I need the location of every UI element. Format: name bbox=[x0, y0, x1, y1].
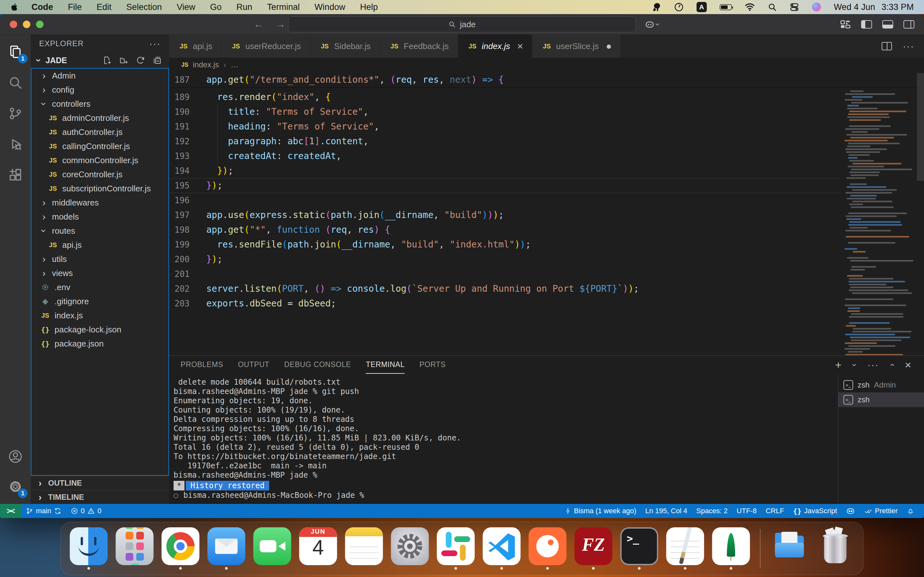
tree-item-api.js[interactable]: JSapi.js bbox=[31, 238, 168, 252]
finder-app-icon[interactable] bbox=[70, 527, 108, 565]
input-source-icon[interactable]: A bbox=[696, 2, 707, 12]
customize-layout-icon[interactable] bbox=[840, 20, 851, 29]
terminal-instance-zsh-Admin[interactable]: >_zshAdmin bbox=[838, 378, 924, 392]
tree-item-adminController.js[interactable]: JSadminController.js bbox=[31, 111, 168, 125]
postman-app-icon[interactable] bbox=[529, 527, 567, 565]
tab-userSlice.js[interactable]: JSuserSlice.js● bbox=[532, 35, 621, 58]
split-editor-icon[interactable] bbox=[882, 42, 892, 50]
tree-item-controllers[interactable]: ›controllers bbox=[31, 97, 168, 111]
command-center-search[interactable]: jade bbox=[288, 16, 636, 32]
code-line-196[interactable]: 196 bbox=[169, 193, 840, 208]
tab-index.js[interactable]: JSindex.js× bbox=[458, 35, 533, 58]
dock-terminal[interactable]: >_ bbox=[620, 527, 658, 570]
menu-item-go[interactable]: Go bbox=[210, 2, 222, 12]
notes-app-icon[interactable] bbox=[345, 527, 383, 565]
timeline-section[interactable]: › TIMELINE bbox=[31, 490, 169, 504]
code-line-190[interactable]: 190 title: "Terms of Service", bbox=[169, 105, 840, 119]
cursor-position[interactable]: Ln 195, Col 4 bbox=[641, 504, 692, 518]
toggle-secondary-sidebar-icon[interactable] bbox=[903, 20, 914, 29]
close-window-button[interactable] bbox=[10, 21, 17, 28]
menu-item-terminal[interactable]: Terminal bbox=[267, 2, 300, 12]
tree-item-views[interactable]: ›views bbox=[31, 266, 168, 280]
dock-mail[interactable] bbox=[208, 527, 246, 570]
code-line-194[interactable]: 194 }); bbox=[169, 163, 840, 178]
panel-tab-debug-console[interactable]: DEBUG CONSOLE bbox=[284, 356, 351, 374]
battery-icon[interactable] bbox=[720, 4, 732, 10]
panel-tab-problems[interactable]: PROBLEMS bbox=[181, 356, 223, 374]
dock-downloads[interactable] bbox=[771, 527, 809, 570]
mail-app-icon[interactable] bbox=[208, 527, 246, 565]
tree-item-commonController.js[interactable]: JScommonController.js bbox=[31, 153, 168, 167]
tree-item-Admin[interactable]: ›Admin bbox=[31, 69, 168, 83]
tree-item-routes[interactable]: ›routes bbox=[31, 224, 168, 238]
encoding[interactable]: UTF-8 bbox=[732, 504, 761, 518]
menu-item-run[interactable]: Run bbox=[236, 2, 252, 12]
tab-Feedback.js[interactable]: JSFeedback.js bbox=[380, 35, 458, 58]
launchpad-app-icon[interactable] bbox=[116, 527, 153, 565]
tree-item-index.js[interactable]: JSindex.js bbox=[31, 308, 168, 322]
code-line-202[interactable]: 202server.listen(PORT, () => console.log… bbox=[169, 282, 840, 296]
code-line-199[interactable]: 199 res.sendFile(path.join(__dirname, "b… bbox=[169, 237, 840, 252]
minimize-window-button[interactable] bbox=[23, 21, 31, 28]
tree-item-utils[interactable]: ›utils bbox=[31, 252, 168, 266]
menu-item-selection[interactable]: Selection bbox=[126, 2, 162, 12]
menu-item-help[interactable]: Help bbox=[360, 2, 378, 12]
tab-api.js[interactable]: JSapi.js bbox=[169, 35, 222, 58]
textedit-app-icon[interactable] bbox=[666, 527, 704, 565]
collapse-all-icon[interactable] bbox=[152, 55, 162, 65]
search-view-icon[interactable] bbox=[6, 73, 25, 92]
mongodb-app-icon[interactable] bbox=[712, 527, 750, 565]
close-panel-icon[interactable]: × bbox=[905, 359, 911, 371]
more-actions-icon[interactable]: ··· bbox=[867, 359, 879, 370]
dock-finder[interactable] bbox=[70, 527, 108, 570]
siri-icon[interactable] bbox=[812, 3, 821, 11]
filezilla-app-icon[interactable]: FZ bbox=[575, 527, 612, 565]
dock-filezilla[interactable]: FZ bbox=[575, 527, 612, 570]
close-tab-icon[interactable]: × bbox=[517, 41, 523, 51]
code-line-197[interactable]: 197app.use(express.static(path.join(__di… bbox=[169, 208, 840, 222]
minimap[interactable] bbox=[840, 72, 917, 338]
menu-item-code[interactable]: Code bbox=[31, 2, 53, 12]
terminal-dropdown-icon[interactable]: › bbox=[850, 364, 859, 366]
code-line-201[interactable]: 201 bbox=[169, 267, 840, 282]
tree-item-models[interactable]: ›models bbox=[31, 210, 168, 224]
apple-logo-icon[interactable] bbox=[10, 2, 19, 12]
toggle-sidebar-icon[interactable] bbox=[861, 20, 872, 29]
tree-item-.gitignore[interactable]: ◆.gitignore bbox=[31, 294, 168, 308]
new-terminal-icon[interactable]: + bbox=[835, 359, 842, 371]
panel-tab-ports[interactable]: PORTS bbox=[419, 356, 446, 374]
menu-item-file[interactable]: File bbox=[68, 2, 82, 12]
problems-item[interactable]: 0 0 bbox=[66, 504, 106, 518]
dock-vscode[interactable] bbox=[483, 527, 521, 570]
dock-facetime[interactable] bbox=[254, 527, 291, 570]
terminal-instance-zsh-1[interactable]: >_zsh bbox=[838, 392, 924, 407]
dock-textedit[interactable] bbox=[666, 527, 704, 570]
code-lines[interactable]: 189 res.render("index", {190 title: "Ter… bbox=[169, 90, 840, 355]
dock-launchpad[interactable] bbox=[116, 527, 153, 570]
menu-item-window[interactable]: Window bbox=[314, 2, 345, 12]
dock-settings[interactable] bbox=[391, 527, 429, 570]
tree-item-coreController.js[interactable]: JScoreController.js bbox=[31, 167, 168, 181]
tree-item-package.json[interactable]: {}package.json bbox=[31, 337, 168, 351]
code-line-203[interactable]: 203exports.dbSeed = dbSeed; bbox=[169, 296, 840, 311]
file-tree[interactable]: ›Admin›config›controllersJSadminControll… bbox=[31, 68, 169, 476]
account-icon[interactable] bbox=[6, 447, 25, 466]
scrollbar-slider[interactable] bbox=[917, 73, 924, 181]
remote-indicator[interactable]: >< bbox=[0, 504, 21, 518]
formatter-status[interactable]: Prettier bbox=[859, 504, 902, 518]
git-blame-item[interactable]: Bisma (1 week ago) bbox=[560, 504, 641, 518]
sticky-scroll-line[interactable]: 187app.get("/terms_and_conditions*", (re… bbox=[169, 73, 917, 88]
run-debug-view-icon[interactable] bbox=[6, 135, 25, 154]
dock-slack[interactable] bbox=[437, 527, 475, 570]
code-editor[interactable]: 187app.get("/terms_and_conditions*", (re… bbox=[169, 72, 924, 355]
code-line-191[interactable]: 191 heading: "Terms of Service", bbox=[169, 119, 840, 134]
calendar-app-icon[interactable]: JUN4 bbox=[299, 527, 337, 565]
vscode-app-icon[interactable] bbox=[483, 527, 521, 565]
dock-notes[interactable] bbox=[345, 527, 383, 570]
spotlight-search-icon[interactable] bbox=[768, 3, 777, 11]
terminal-output[interactable]: delete mode 100644 build/robots.txtbisma… bbox=[169, 374, 924, 504]
notifications[interactable] bbox=[902, 504, 919, 518]
wifi-icon[interactable] bbox=[745, 3, 755, 11]
git-branch-item[interactable]: main bbox=[21, 504, 66, 518]
tab-Sidebar.js[interactable]: JSSidebar.js bbox=[310, 35, 380, 58]
